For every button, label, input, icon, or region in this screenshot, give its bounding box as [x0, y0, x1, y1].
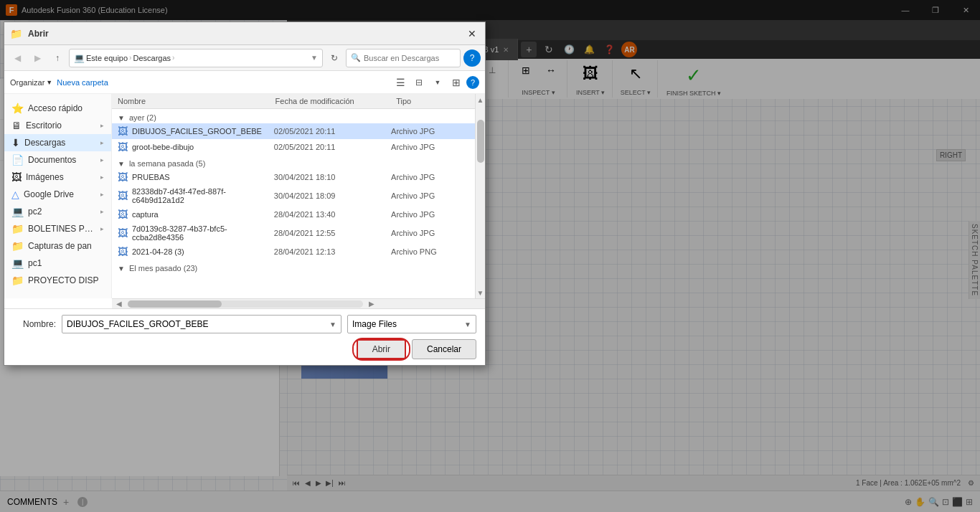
search-box: 🔍 [346, 49, 461, 67]
pruebas-icon: 🖼 [118, 171, 128, 183]
nav-up-button[interactable]: ↑ [49, 49, 66, 67]
help-info-button[interactable]: ? [466, 76, 479, 89]
sidebar-item-documentos[interactable]: 📄 Documentos ▸ [4, 151, 111, 169]
organize-arrow: ▼ [46, 79, 52, 86]
col-header-name[interactable]: Nombre [112, 94, 270, 108]
file-row-hash1[interactable]: 🖼 82338db7-d43f-47ed-887f-c64b9d12a1d2 3… [112, 185, 475, 207]
file-row-pruebas[interactable]: 🖼 PRUEBAS 30/04/2021 18:10 Archivo JPG [112, 169, 475, 185]
date-folder-icon: 🖼 [118, 246, 128, 257]
view-dropdown-button[interactable]: ▼ [429, 74, 446, 91]
escritorio-icon: 🖥 [11, 120, 22, 131]
dialog-overlay: 📁 Abrir ✕ ◀ ▶ ↑ 💻 Este equipo › Descarga… [0, 0, 980, 512]
file-row-captura[interactable]: 🖼 captura 28/04/2021 13:40 Archivo JPG [112, 207, 475, 222]
file-list-scroll-content: Nombre Fecha de modificación Tipo ▼ ayer… [112, 94, 475, 298]
scroll-right-arrow[interactable]: ▶ [366, 299, 377, 309]
organize-button[interactable]: Organizar ▼ [10, 78, 52, 87]
nav-refresh-button[interactable]: ↻ [326, 49, 343, 67]
imagenes-arrow: ▸ [100, 174, 104, 181]
new-folder-button[interactable]: Nueva carpeta [57, 78, 108, 87]
google-drive-icon: △ [11, 189, 19, 200]
filetype-select[interactable]: Image Files ▼ [347, 315, 476, 333]
sidebar-item-escritorio[interactable]: 🖥 Escritorio ▸ [4, 117, 111, 134]
open-button[interactable]: Abrir [357, 339, 406, 359]
dialog-title: Abrir [28, 29, 459, 39]
sidebar-item-proyecto[interactable]: 📁 PROYECTO DISP [4, 272, 111, 289]
breadcrumb-home-icon: 💻 [74, 53, 85, 63]
dialog-folder-icon: 📁 [10, 28, 22, 39]
boletines-arrow: ▸ [100, 225, 104, 232]
breadcrumb-bar: 💻 Este equipo › Descargas › ▼ [69, 49, 323, 67]
col-header-date[interactable]: Fecha de modificación [270, 94, 391, 108]
footer-buttons: Abrir Cancelar [13, 339, 476, 359]
file-list-pane: Nombre Fecha de modificación Tipo ▼ ayer… [112, 94, 485, 298]
cancel-button[interactable]: Cancelar [412, 339, 476, 359]
file-row-hash2[interactable]: 🖼 7d0139c8-3287-4b37-bfc5-ccba2d8e4356 2… [112, 222, 475, 244]
pc2-icon: 💻 [11, 206, 24, 217]
escritorio-arrow: ▸ [100, 122, 104, 129]
sidebar-item-descargas[interactable]: ⬇ Descargas ▸ [4, 134, 111, 151]
footer-filename-row: Nombre: ▼ Image Files ▼ [13, 315, 476, 333]
groot-bebe-icon: 🖼 [118, 141, 128, 153]
file-list-header: Nombre Fecha de modificación Tipo [112, 94, 475, 109]
dialog-footer: Nombre: ▼ Image Files ▼ Abrir Cancelar [4, 308, 485, 365]
dialog-toolbar: Organizar ▼ Nueva carpeta ☰ ⊟ ▼ ⊞ ? [4, 71, 485, 94]
h-scroll-track [128, 300, 363, 308]
group-ayer-arrow: ▼ [118, 114, 125, 122]
acceso-rapido-icon: ⭐ [11, 103, 24, 114]
capturas-icon: 📁 [11, 240, 24, 252]
sidebar-item-capturas[interactable]: 📁 Capturas de pan [4, 237, 111, 255]
filename-input[interactable]: ▼ [62, 315, 341, 333]
pc1-icon: 💻 [11, 257, 24, 269]
breadcrumb-folder: Descargas [133, 54, 171, 62]
file-dialog: 📁 Abrir ✕ ◀ ▶ ↑ 💻 Este equipo › Descarga… [4, 22, 486, 366]
google-drive-arrow: ▸ [100, 191, 104, 198]
group-mes-arrow: ▼ [118, 265, 125, 272]
dialog-title-bar: 📁 Abrir ✕ [4, 22, 485, 45]
group-ayer[interactable]: ▼ ayer (2) [112, 109, 475, 123]
group-semana-pasada[interactable]: ▼ la semana pasada (5) [112, 155, 475, 169]
filename-text-input[interactable] [67, 319, 329, 329]
view-buttons: ☰ ⊟ ▼ ⊞ ? [392, 74, 479, 91]
col-header-type[interactable]: Tipo [390, 94, 475, 108]
filename-label: Nombre: [13, 319, 56, 329]
h-scroll-thumb[interactable] [128, 300, 222, 308]
view-grid-button[interactable]: ⊞ [448, 74, 465, 91]
proyecto-icon: 📁 [11, 275, 24, 286]
sidebar-item-pc1[interactable]: 💻 pc1 [4, 255, 111, 272]
scroll-left-arrow[interactable]: ◀ [113, 299, 125, 309]
dialog-body: ⭐ Acceso rápido 🖥 Escritorio ▸ ⬇ Descarg… [4, 94, 485, 298]
scroll-thumb[interactable] [477, 120, 484, 163]
dialog-sidebar: ⭐ Acceso rápido 🖥 Escritorio ▸ ⬇ Descarg… [4, 94, 112, 298]
horizontal-scrollbar: ◀ ▶ [112, 298, 485, 308]
captura-icon: 🖼 [118, 209, 128, 220]
documentos-icon: 📄 [11, 154, 24, 166]
group-semana-arrow: ▼ [118, 160, 125, 168]
nav-back-button[interactable]: ◀ [9, 49, 26, 67]
sidebar-item-google-drive[interactable]: △ Google Drive ▸ [4, 186, 111, 203]
dialog-nav: ◀ ▶ ↑ 💻 Este equipo › Descargas › ▼ ↻ 🔍 … [4, 45, 485, 71]
scroll-down-arrow[interactable]: ▼ [473, 287, 486, 298]
sidebar-item-pc2[interactable]: 💻 pc2 ▸ [4, 203, 111, 220]
sidebar-item-imagenes[interactable]: 🖼 Imágenes ▸ [4, 169, 111, 186]
sidebar-item-acceso-rapido[interactable]: ⭐ Acceso rápido [4, 100, 111, 117]
view-list-button[interactable]: ☰ [392, 74, 409, 91]
file-row-date-folder[interactable]: 🖼 2021-04-28 (3) 28/04/2021 12:13 Archiv… [112, 244, 475, 260]
sidebar-item-boletines[interactable]: 📁 BOLETINES PRE: ▸ [4, 220, 111, 237]
nav-forward-button[interactable]: ▶ [29, 49, 46, 67]
imagenes-icon: 🖼 [11, 171, 22, 183]
file-list-scrollbar[interactable]: ▲ ▼ [475, 94, 485, 298]
hash1-icon: 🖼 [118, 190, 128, 202]
file-row-dibujos-groot[interactable]: 🖼 DIBUJOS_FACILES_GROOT_BEBE 02/05/2021 … [112, 123, 475, 139]
documentos-arrow: ▸ [100, 156, 104, 163]
group-mes-pasado[interactable]: ▼ El mes pasado (23) [112, 260, 475, 274]
hash2-icon: 🖼 [118, 227, 128, 239]
search-icon: 🔍 [351, 53, 361, 62]
search-input[interactable] [364, 54, 457, 62]
breadcrumb-dropdown[interactable]: ▼ [311, 54, 318, 62]
breadcrumb-root: Este equipo [86, 54, 128, 62]
dialog-close-button[interactable]: ✕ [465, 27, 479, 41]
file-row-groot-bebe[interactable]: 🖼 groot-bebe-dibujo 02/05/2021 20:11 Arc… [112, 139, 475, 155]
help-button[interactable]: ? [463, 49, 481, 67]
boletines-icon: 📁 [11, 223, 24, 234]
view-details-button[interactable]: ⊟ [410, 74, 428, 91]
